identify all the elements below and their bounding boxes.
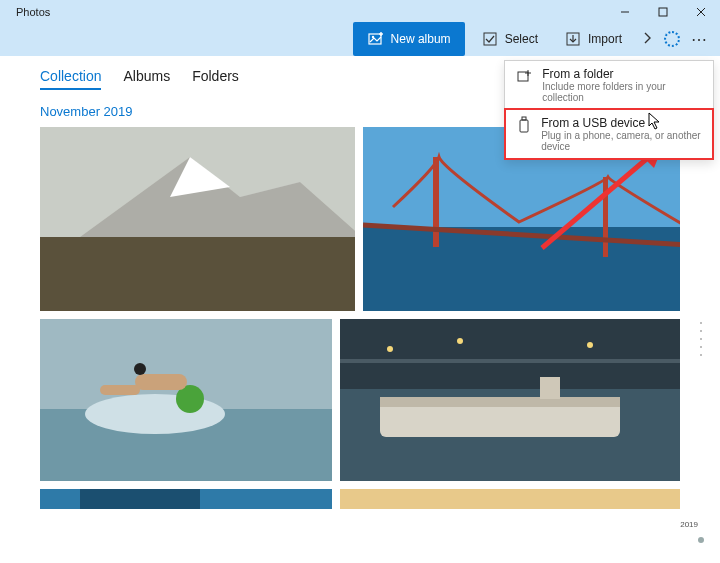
import-flyout: From a folder Include more folders in yo… [504, 60, 714, 160]
svg-rect-39 [540, 377, 560, 399]
svg-point-42 [587, 342, 593, 348]
svg-point-30 [85, 394, 225, 434]
minimize-button[interactable] [606, 2, 644, 22]
import-from-usb[interactable]: From a USB device Plug in a phone, camer… [504, 108, 714, 160]
svg-rect-33 [100, 385, 140, 395]
sync-spinner-icon [664, 31, 680, 47]
timeline-year: 2019 [680, 520, 698, 529]
new-album-icon [367, 30, 385, 48]
new-album-label: New album [391, 32, 451, 46]
select-button[interactable]: Select [471, 24, 548, 54]
tab-folders[interactable]: Folders [192, 68, 239, 90]
timeline-scrubber[interactable] [694, 134, 708, 543]
window-controls [606, 2, 720, 22]
flyout-usb-title: From a USB device [541, 116, 702, 130]
usb-device-icon [516, 116, 531, 134]
toolbar: New album Select Import ⋯ [0, 22, 720, 56]
svg-rect-19 [40, 237, 355, 311]
svg-line-16 [542, 156, 650, 248]
annotation-arrow-icon [532, 148, 662, 258]
maximize-button[interactable] [644, 2, 682, 22]
flyout-folder-title: From a folder [542, 67, 703, 81]
chevron-right-icon[interactable] [638, 31, 658, 47]
svg-point-40 [387, 346, 393, 352]
tab-collection[interactable]: Collection [40, 68, 101, 90]
svg-point-41 [457, 338, 463, 344]
import-from-folder[interactable]: From a folder Include more folders in yo… [505, 61, 713, 109]
more-button[interactable]: ⋯ [686, 30, 712, 49]
photo-thumbnail[interactable] [340, 489, 680, 509]
folder-add-icon [515, 67, 532, 85]
svg-point-34 [134, 363, 146, 375]
svg-rect-15 [522, 117, 526, 120]
tab-albums[interactable]: Albums [123, 68, 170, 90]
svg-rect-35 [340, 319, 680, 389]
photo-thumbnail[interactable] [40, 319, 332, 481]
svg-rect-46 [340, 489, 680, 509]
svg-rect-25 [433, 157, 439, 247]
app-title: Photos [16, 6, 50, 18]
import-button[interactable]: Import [554, 24, 632, 54]
timeline-marker-icon [698, 537, 704, 543]
photo-thumbnail[interactable] [40, 489, 332, 509]
flyout-folder-sub: Include more folders in your collection [542, 81, 703, 103]
import-label: Import [588, 32, 622, 46]
select-label: Select [505, 32, 538, 46]
photo-thumbnail[interactable] [340, 319, 680, 481]
svg-rect-8 [484, 33, 496, 45]
svg-rect-43 [340, 359, 680, 363]
close-button[interactable] [682, 2, 720, 22]
new-album-button[interactable]: New album [353, 22, 465, 56]
svg-rect-1 [659, 8, 667, 16]
mouse-cursor-icon [648, 112, 662, 130]
svg-rect-32 [135, 374, 187, 390]
flyout-usb-sub: Plug in a phone, camera, or another devi… [541, 130, 702, 152]
svg-rect-14 [520, 120, 528, 132]
photo-thumbnail[interactable] [40, 127, 355, 311]
timeline-ticks [700, 322, 702, 356]
import-icon [564, 30, 582, 48]
svg-rect-45 [80, 489, 200, 509]
svg-rect-38 [380, 397, 620, 407]
select-icon [481, 30, 499, 48]
